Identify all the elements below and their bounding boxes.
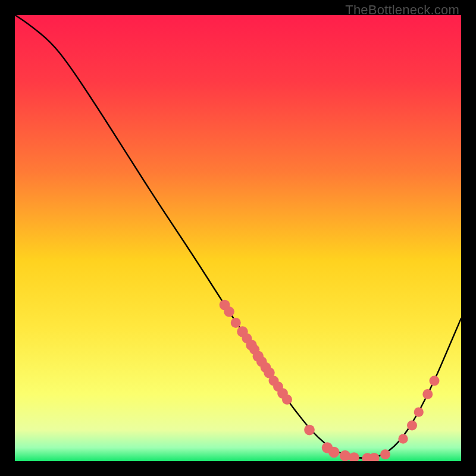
- data-marker: [380, 449, 390, 459]
- data-marker: [430, 376, 440, 386]
- data-marker: [422, 389, 433, 399]
- chart-svg: [15, 15, 461, 461]
- data-marker: [304, 425, 315, 436]
- data-marker: [224, 306, 234, 317]
- data-marker: [407, 421, 417, 431]
- data-marker: [282, 394, 292, 405]
- gradient-background: [15, 15, 461, 461]
- plot-area: [15, 15, 461, 461]
- data-marker: [414, 407, 424, 416]
- data-marker: [328, 447, 340, 458]
- data-marker: [340, 450, 351, 461]
- data-marker: [398, 434, 408, 443]
- data-marker: [231, 318, 241, 328]
- chart-frame: TheBottleneck.com: [0, 0, 476, 476]
